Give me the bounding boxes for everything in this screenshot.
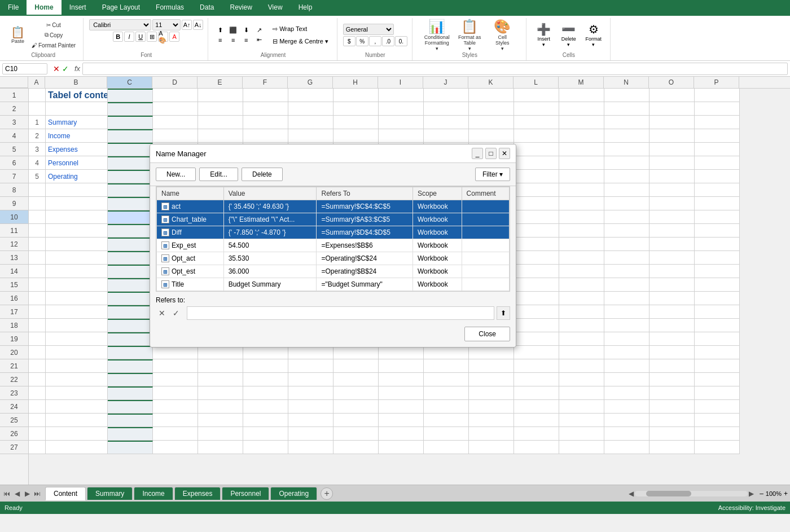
comment-cell-5 <box>462 265 509 278</box>
refers-action-buttons: ✕ ✓ <box>156 307 182 319</box>
delete-name-button[interactable]: Delete <box>242 168 283 181</box>
name-cell-2: ⊞Diff <box>157 226 224 239</box>
scope-cell-4: Workbook <box>412 252 462 265</box>
value-cell-2: {' -7.850 ';' -4.870 '} <box>223 226 317 239</box>
table-row[interactable]: ⊞Opt_est36.000=Operating!$B$24Workbook <box>157 265 510 278</box>
name-cell-4: ⊞Opt_act <box>157 252 224 265</box>
refers-cell-0: =Summary!$C$4:$C$5 <box>317 200 412 213</box>
dialog-footer: Close <box>150 323 516 347</box>
name-icon-5: ⊞ <box>161 267 169 275</box>
col-header-scope: Scope <box>412 187 462 200</box>
comment-cell-4 <box>462 252 509 265</box>
value-cell-6: Budget Summary <box>223 278 317 291</box>
comment-cell-0 <box>462 200 509 213</box>
name-icon-4: ⊞ <box>161 254 169 262</box>
value-cell-5: 36.000 <box>223 265 317 278</box>
refers-cell-4: =Operating!$C$24 <box>317 252 412 265</box>
name-table-area: Name Value Refers To Scope Comment ⊞act{… <box>156 186 510 292</box>
dialog-title: Name Manager <box>156 150 207 158</box>
scope-cell-3: Workbook <box>412 239 462 252</box>
value-cell-0: {' 35.450 ';' 49.630 '} <box>223 200 317 213</box>
table-row[interactable]: ⊞Chart_table{"\" Estimated "\" Act...=Su… <box>157 213 510 226</box>
filter-button[interactable]: Filter ▾ <box>475 168 510 181</box>
scope-cell-1: Workbook <box>412 213 462 226</box>
comment-cell-1 <box>462 213 509 226</box>
name-icon-3: ⊞ <box>161 241 169 249</box>
refers-cell-6: ="Budget Summary" <box>317 278 412 291</box>
scope-cell-6: Workbook <box>412 278 462 291</box>
name-cell-3: ⊞Exp_est <box>157 239 224 252</box>
dialog-minimize-button[interactable]: _ <box>472 148 483 159</box>
name-manager-dialog: Name Manager _ □ ✕ New... Edit... Delete… <box>150 144 516 348</box>
name-cell-5: ⊞Opt_est <box>157 265 224 278</box>
new-name-button[interactable]: New... <box>156 168 196 181</box>
table-row[interactable]: ⊞Exp_est54.500=Expenses!$B$6Workbook <box>157 239 510 252</box>
dialog-close-button[interactable]: ✕ <box>499 148 510 159</box>
refers-cell-2: =Summary!$D$4:$D$5 <box>317 226 412 239</box>
col-header-value: Value <box>223 187 317 200</box>
refers-to-input[interactable] <box>187 306 494 320</box>
close-dialog-button[interactable]: Close <box>464 327 510 341</box>
dialog-titlebar: Name Manager _ □ ✕ <box>150 144 516 163</box>
cancel-refers-button[interactable]: ✕ <box>156 307 168 319</box>
refers-to-input-row: ✕ ✓ ⬆ <box>156 306 510 320</box>
name-icon-1: ⊞ <box>161 216 169 223</box>
name-cell-1: ⊞Chart_table <box>157 213 224 226</box>
dialog-overlay: Name Manager _ □ ✕ New... Edit... Delete… <box>0 0 790 514</box>
comment-cell-6 <box>462 278 509 291</box>
refers-cell-5: =Operating!$B$24 <box>317 265 412 278</box>
name-icon-6: ⊞ <box>161 280 169 288</box>
dialog-toolbar: New... Edit... Delete Filter ▾ <box>150 163 516 186</box>
table-header-row: Name Value Refers To Scope Comment <box>157 187 510 200</box>
name-cell-0: ⊞act <box>157 200 224 213</box>
edit-name-button[interactable]: Edit... <box>199 168 238 181</box>
col-header-name: Name <box>157 187 224 200</box>
col-header-refers-to: Refers To <box>317 187 412 200</box>
scope-cell-0: Workbook <box>412 200 462 213</box>
confirm-refers-button[interactable]: ✓ <box>170 307 182 319</box>
name-icon-2: ⊞ <box>161 228 169 236</box>
col-header-comment: Comment <box>462 187 509 200</box>
comment-cell-3 <box>462 239 509 252</box>
refers-cell-3: =Expenses!$B$6 <box>317 239 412 252</box>
value-cell-4: 35.530 <box>223 252 317 265</box>
dialog-window-controls: _ □ ✕ <box>472 148 510 159</box>
table-row[interactable]: ⊞TitleBudget Summary="Budget Summary"Wor… <box>157 278 510 291</box>
name-cell-6: ⊞Title <box>157 278 224 291</box>
table-row[interactable]: ⊞act{' 35.450 ';' 49.630 '}=Summary!$C$4… <box>157 200 510 213</box>
name-icon-0: ⊞ <box>161 203 169 210</box>
scope-cell-5: Workbook <box>412 265 462 278</box>
name-manager-table: Name Value Refers To Scope Comment ⊞act{… <box>156 187 510 291</box>
table-row[interactable]: ⊞Opt_act35.530=Operating!$C$24Workbook <box>157 252 510 265</box>
refers-to-section: Refers to: ✕ ✓ ⬆ <box>150 292 516 323</box>
value-cell-3: 54.500 <box>223 239 317 252</box>
comment-cell-2 <box>462 226 509 239</box>
dialog-maximize-button[interactable]: □ <box>485 148 497 159</box>
scope-cell-2: Workbook <box>412 226 462 239</box>
refers-cell-1: =Summary!$A$3:$C$5 <box>317 213 412 226</box>
table-row[interactable]: ⊞Diff{' -7.850 ';' -4.870 '}=Summary!$D$… <box>157 226 510 239</box>
refers-to-label: Refers to: <box>156 296 510 304</box>
value-cell-1: {"\" Estimated "\" Act... <box>223 213 317 226</box>
refers-expand-button[interactable]: ⬆ <box>497 306 510 320</box>
